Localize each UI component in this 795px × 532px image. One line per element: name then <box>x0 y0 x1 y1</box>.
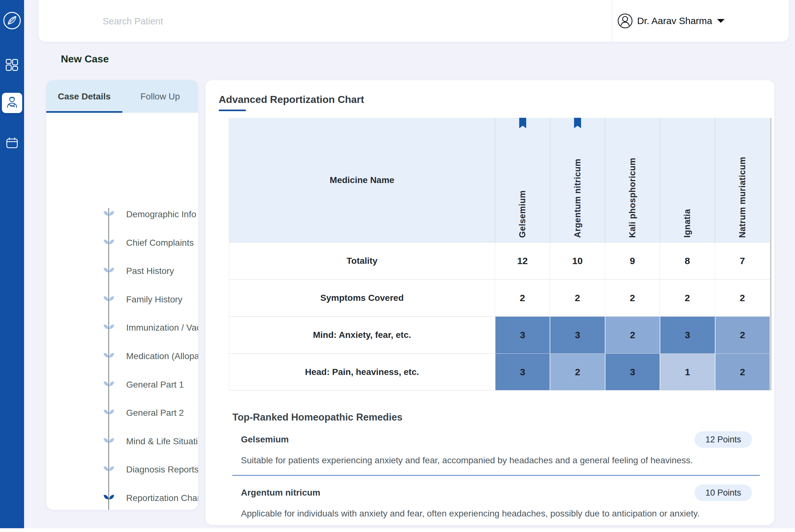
chevron-down-icon <box>717 19 725 23</box>
page-bottom-strip <box>0 528 795 532</box>
remedy-description: Applicable for individuals with anxiety … <box>232 509 760 519</box>
step-item-immunization-vaccine[interactable]: Immunization / Vaccine <box>46 314 198 342</box>
step-item-demographic-info[interactable]: Demographic Info <box>46 200 198 229</box>
bookmark-icon <box>574 118 581 129</box>
step-label: Diagnosis Reports <box>126 464 198 475</box>
report-title-underline <box>219 110 246 111</box>
score-cell: 9 <box>605 243 660 279</box>
points-badge: 10 Points <box>694 484 752 501</box>
step-label: General Part 2 <box>126 408 184 418</box>
score-cell: 2 <box>715 280 770 316</box>
score-cell: 12 <box>495 243 550 279</box>
profile-menu[interactable]: Dr. Aarav Sharma <box>617 0 725 42</box>
column-label: Argentum nitricum <box>573 159 583 238</box>
calendar-nav-button[interactable] <box>5 136 19 150</box>
column-label: Natrum muriaticum <box>738 157 747 238</box>
score-cell: 2 <box>660 280 715 316</box>
score-cell: 10 <box>550 243 604 279</box>
column-header-ignatia[interactable]: Ignatia <box>660 118 715 242</box>
patients-nav-button[interactable] <box>2 93 22 113</box>
score-cell: 2 <box>715 317 770 354</box>
column-header-natrum-muriaticum[interactable]: Natrum muriaticum <box>715 118 770 242</box>
leaf-done-icon <box>103 353 115 360</box>
leaf-done-icon <box>103 267 115 275</box>
step-item-diagnosis-reports[interactable]: Diagnosis Reports <box>46 455 198 484</box>
screen: Dr. Aarav Sharma New Case Case DetailsFo… <box>0 0 795 532</box>
remedy-name: Gelsemium <box>241 435 289 444</box>
leaf-done-icon <box>103 324 115 331</box>
step-label: Chief Complaints <box>126 238 194 248</box>
dashboard-grid-icon <box>5 67 19 73</box>
leaf-done-icon <box>103 239 115 247</box>
table-row-symptoms-covered: Symptoms Covered22222 <box>229 279 770 316</box>
step-item-medication-allopathy[interactable]: Medication (Allopathy) <box>46 342 198 370</box>
remedy-item-gelsemium: Gelsemium12 PointsSuitable for patients … <box>232 431 760 476</box>
score-cell: 3 <box>495 354 550 390</box>
step-item-reportization-chart[interactable]: Reportization Chart <box>46 484 198 510</box>
row-label: Totality <box>229 243 495 279</box>
sidebar <box>0 0 24 528</box>
step-item-general-part-2[interactable]: General Part 2 <box>46 399 198 427</box>
calendar-icon <box>5 145 19 150</box>
score-cell: 3 <box>495 317 550 354</box>
remedy-description: Suitable for patients experiencing anxie… <box>232 455 760 466</box>
search-input[interactable] <box>102 13 579 30</box>
column-label-wrap: Gelsemium <box>495 190 550 238</box>
remedy-header: Argentum nitricum10 Points <box>232 484 760 501</box>
leaf-done-icon <box>103 438 115 445</box>
column-label-wrap: Natrum muriaticum <box>716 157 770 238</box>
remedy-header: Gelsemium12 Points <box>232 431 760 448</box>
leaf-done-icon <box>103 466 115 473</box>
medicine-name-header: Medicine Name <box>229 118 495 242</box>
dashboard-nav-button[interactable] <box>5 58 19 72</box>
score-cell: 8 <box>660 243 715 279</box>
leaf-done-icon <box>103 409 115 417</box>
leaf-logo-icon <box>2 26 21 32</box>
reportization-table: Medicine Name GelsemiumArgentum nitricum… <box>229 118 770 391</box>
step-item-mind-life-situation[interactable]: Mind & Life Situation <box>46 427 198 456</box>
score-cell: 3 <box>550 317 604 354</box>
table-row-totality: Totality1210987 <box>229 242 770 279</box>
topbar-divider <box>612 0 612 42</box>
column-label: Ignatia <box>683 209 692 238</box>
column-header-kali-phosphoricum[interactable]: Kali phosphoricum <box>605 118 660 242</box>
score-cell: 1 <box>660 354 715 390</box>
row-label: Head: Pain, heaviness, etc. <box>229 354 495 390</box>
step-label: Reportization Chart <box>126 493 198 503</box>
step-label: Immunization / Vaccine <box>126 323 198 333</box>
page-title: New Case <box>61 53 109 65</box>
case-panel: Case DetailsFollow Up Demographic InfoCh… <box>46 80 198 510</box>
table-row-head-pain-heaviness-etc: Head: Pain, heaviness, etc.32312 <box>229 354 770 391</box>
step-item-chief-complaints[interactable]: Chief Complaints <box>46 229 198 257</box>
score-cell: 7 <box>715 243 770 279</box>
step-item-general-part-1[interactable]: General Part 1 <box>46 370 198 399</box>
remedy-name: Argentum nitricum <box>241 488 320 498</box>
remedies-list: Gelsemium12 PointsSuitable for patients … <box>232 431 760 520</box>
leaf-done-icon <box>103 211 115 218</box>
doctor-name: Dr. Aarav Sharma <box>637 16 712 26</box>
column-label-wrap: Kali phosphoricum <box>606 158 660 238</box>
account-circle-icon <box>617 13 633 29</box>
row-label: Symptoms Covered <box>229 280 495 316</box>
case-steps: Demographic InfoChief ComplaintsPast His… <box>46 80 198 510</box>
step-label: Family History <box>126 294 182 305</box>
topbar: Dr. Aarav Sharma <box>39 0 789 42</box>
step-item-family-history[interactable]: Family History <box>46 285 198 314</box>
table-scrollbar[interactable] <box>770 118 772 391</box>
points-badge: 12 Points <box>694 431 752 448</box>
row-label: Mind: Anxiety, fear, etc. <box>229 317 495 354</box>
score-cell: 2 <box>495 280 550 316</box>
app-logo-button[interactable] <box>2 11 21 31</box>
score-cell: 3 <box>605 354 660 390</box>
column-header-gelsemium[interactable]: Gelsemium <box>495 118 550 242</box>
score-cell: 2 <box>605 317 660 354</box>
score-cell: 2 <box>550 354 604 390</box>
report-title: Advanced Reportization Chart <box>219 94 364 106</box>
table-header: Medicine Name GelsemiumArgentum nitricum… <box>229 118 770 242</box>
column-label-wrap: Argentum nitricum <box>550 159 604 238</box>
step-label: General Part 1 <box>126 380 184 390</box>
column-label-wrap: Ignatia <box>660 209 715 238</box>
column-header-argentum-nitricum[interactable]: Argentum nitricum <box>550 118 604 242</box>
step-item-past-history[interactable]: Past History <box>46 257 198 285</box>
patient-icon <box>5 95 19 111</box>
